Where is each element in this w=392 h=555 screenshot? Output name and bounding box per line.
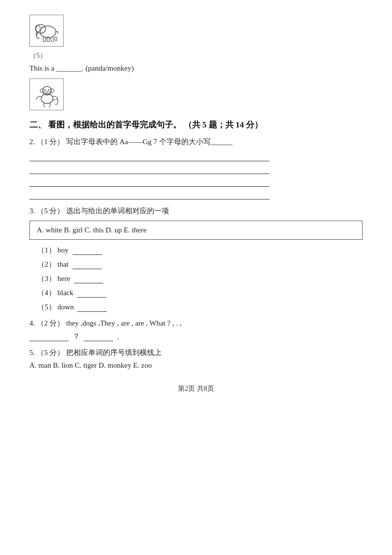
q5-header: 5. （5 分） 把相应单词的序号填到横线上 xyxy=(29,348,363,357)
writing-line-3 xyxy=(29,176,270,187)
question-4: 4. （2 分） they ,dogs ,They , are , are , … xyxy=(29,319,363,341)
q3-item-2-num: （2） xyxy=(37,260,56,268)
q3-item-3: （3） here xyxy=(37,274,363,283)
q4-answer-row: ？ . xyxy=(29,332,363,341)
q3-item-1: （1） boy xyxy=(37,246,363,255)
page-footer: 第2页 共8页 xyxy=(29,384,363,393)
writing-line-1 xyxy=(29,151,270,161)
q4-blank-2 xyxy=(84,333,113,341)
elephant-image xyxy=(29,15,64,47)
q3-header: 3. （5 分） 选出与给出的单词相对应的一项 xyxy=(29,206,363,216)
q3-item-5-num: （5） xyxy=(37,303,56,311)
q3-item-1-word: boy xyxy=(57,246,70,254)
q3-item-2-word: that xyxy=(57,260,70,268)
q3-item-2: （2） that xyxy=(37,260,363,269)
question-2: 2. （1 分） 写出字母表中的 Aa——Gg 7 个字母的大小写______ xyxy=(29,137,363,200)
q3-item-4-blank xyxy=(77,290,106,298)
q3-item-4-word: black xyxy=(57,289,75,297)
q3-item-4: （4） black xyxy=(37,288,363,298)
q3-item-3-word: here xyxy=(57,275,72,282)
writing-lines xyxy=(29,151,363,200)
q3-items: （1） boy （2） that （3） here （4） black xyxy=(29,246,363,312)
svg-point-14 xyxy=(48,89,49,90)
question-3: 3. （5 分） 选出与给出的单词相对应的一项 A. white B. girl… xyxy=(29,206,363,312)
q3-options-box: A. white B. girl C. this D. up E. there xyxy=(29,221,363,240)
svg-point-13 xyxy=(45,89,46,90)
fill-sentence: This is a _______. (panda/monkey) xyxy=(29,64,363,73)
svg-rect-7 xyxy=(55,37,57,41)
q5-options: A. man B. lion C. tiger D. monkey E. zoo xyxy=(29,361,363,370)
svg-point-16 xyxy=(47,92,48,93)
item5-label: （5） xyxy=(29,51,363,60)
svg-point-3 xyxy=(41,26,42,27)
svg-point-10 xyxy=(40,89,44,93)
question-5: 5. （5 分） 把相应单词的序号填到横线上 A. man B. lion C.… xyxy=(29,348,363,370)
q4-blank-1 xyxy=(29,333,69,341)
q4-header: 4. （2 分） they ,dogs ,They , are , are , … xyxy=(29,319,363,328)
q3-item-3-num: （3） xyxy=(37,275,56,282)
svg-point-0 xyxy=(40,26,56,38)
q4-question-mark: ？ xyxy=(73,332,80,341)
q3-item-4-num: （4） xyxy=(37,289,56,297)
q3-options-text: A. white B. girl C. this D. up E. there xyxy=(37,226,147,234)
q3-item-1-num: （1） xyxy=(37,246,56,254)
page-number: 第2页 共8页 xyxy=(178,385,214,392)
page-content: （5） This is a _______. (panda/monkey) xyxy=(29,15,363,393)
writing-line-2 xyxy=(29,163,270,174)
q4-period: . xyxy=(117,333,119,341)
section2-title: 二、 看图，根据给出的首字母完成句子。 （共 5 题；共 14 分） xyxy=(29,119,363,130)
q3-item-2-blank xyxy=(73,261,102,269)
svg-point-15 xyxy=(46,92,47,93)
svg-point-11 xyxy=(50,89,54,93)
monkey-image xyxy=(29,78,64,110)
writing-line-4 xyxy=(29,189,270,200)
q2-header: 2. （1 分） 写出字母表中的 Aa——Gg 7 个字母的大小写______ xyxy=(29,137,363,147)
q3-item-5: （5） down xyxy=(37,303,363,312)
q3-item-1-blank xyxy=(73,247,102,255)
q3-item-3-blank xyxy=(74,276,103,283)
q3-item-5-word: down xyxy=(57,303,75,311)
q3-item-5-blank xyxy=(77,304,107,312)
